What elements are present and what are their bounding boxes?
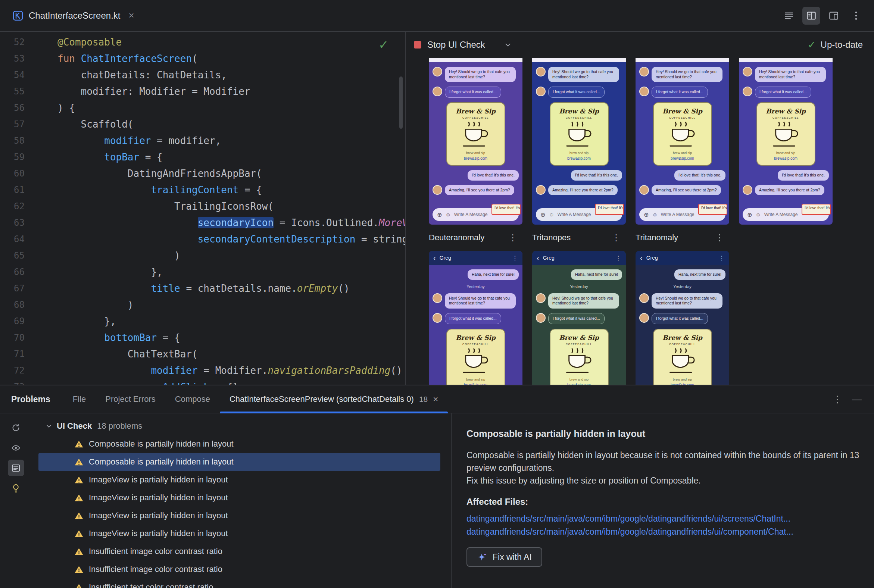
- line-number[interactable]: 57: [0, 116, 37, 132]
- preview-phone[interactable]: Hey! Should we go to that cafe you menti…: [429, 58, 523, 225]
- problem-row[interactable]: Insufficient image color contrast ratio: [38, 560, 440, 578]
- lines-icon[interactable]: [780, 7, 798, 25]
- chat-bubble: I forgot what it was called...: [548, 87, 605, 98]
- code-line[interactable]: 57 Scaffold(: [0, 116, 405, 132]
- problems-window-title[interactable]: Problems: [11, 394, 50, 404]
- ui-check-group-header[interactable]: UI Check 18 problems: [32, 417, 451, 435]
- line-number[interactable]: 64: [0, 231, 37, 248]
- preview-row-1: Hey! Should we go to that cafe you menti…: [429, 58, 874, 225]
- refresh-icon[interactable]: [8, 419, 24, 436]
- preview-menu-icon[interactable]: ⋮: [609, 232, 623, 243]
- code-line[interactable]: 70 bottomBar = {: [0, 330, 405, 346]
- code-line[interactable]: 58 modifier = modifier,: [0, 132, 405, 149]
- stop-ui-check-button[interactable]: Stop UI Check: [414, 39, 485, 50]
- line-number[interactable]: 73: [0, 379, 37, 385]
- split-editor-icon[interactable]: [802, 7, 820, 25]
- code-line[interactable]: 63 secondaryIcon = Icons.Outlined.MoreVe…: [0, 214, 405, 231]
- device-preview-icon[interactable]: [825, 7, 842, 25]
- line-number[interactable]: 56: [0, 100, 37, 116]
- preview-phone[interactable]: Hey! Should we go to that cafe you menti…: [739, 58, 833, 225]
- chevron-down-icon[interactable]: [45, 422, 53, 430]
- preview-phone[interactable]: ‹ Greg ⋮ Haha, next time for sure! Yeste…: [532, 251, 626, 385]
- line-number[interactable]: 71: [0, 346, 37, 362]
- code-line[interactable]: 65 ): [0, 248, 405, 264]
- problem-row[interactable]: ImageView is partially hidden in layout: [38, 525, 440, 543]
- fix-with-ai-button[interactable]: Fix with AI: [467, 548, 542, 567]
- line-number[interactable]: 70: [0, 330, 37, 346]
- line-number[interactable]: 61: [0, 182, 37, 198]
- code-line[interactable]: 71 ChatTextBar(: [0, 346, 405, 362]
- preview-menu-icon[interactable]: ⋮: [505, 232, 520, 243]
- code-line[interactable]: 62 TrailingIconsRow(: [0, 198, 405, 214]
- chat-bubble: Hey! Should we go to that cafe you menti…: [652, 293, 722, 309]
- report-view-icon[interactable]: [8, 460, 24, 476]
- preview-phone[interactable]: ‹ Greg ⋮ Haha, next time for sure! Yeste…: [635, 251, 729, 385]
- line-number[interactable]: 58: [0, 132, 37, 149]
- code-line[interactable]: 59 topBar = {: [0, 149, 405, 165]
- preview-phone[interactable]: ‹ Greg ⋮ Haha, next time for sure! Yeste…: [429, 251, 523, 385]
- line-number[interactable]: 60: [0, 165, 37, 182]
- line-number[interactable]: 72: [0, 362, 37, 379]
- tab-project-errors[interactable]: Project Errors: [96, 386, 165, 413]
- chevron-down-icon[interactable]: [503, 40, 513, 50]
- preview-phone[interactable]: Hey! Should we go to that cafe you menti…: [532, 58, 626, 225]
- problem-row[interactable]: ImageView is partially hidden in layout: [38, 507, 440, 525]
- line-number[interactable]: 68: [0, 297, 37, 313]
- tab-chatinterfacescreen-preview[interactable]: ChatInterfaceScreenPreview (sortedChatDe…: [220, 386, 448, 413]
- editor-tab-active[interactable]: ChatInterfaceScreen.kt ×: [12, 0, 134, 31]
- line-number[interactable]: 67: [0, 280, 37, 297]
- problem-row[interactable]: Insufficient text color contrast ratio: [38, 578, 440, 588]
- more-vertical-icon[interactable]: [847, 7, 865, 25]
- close-icon[interactable]: ×: [433, 394, 438, 404]
- code-line[interactable]: 68 ): [0, 297, 405, 313]
- code-line[interactable]: 69 },: [0, 313, 405, 330]
- problem-row[interactable]: ImageView is partially hidden in layout: [38, 489, 440, 507]
- code-line[interactable]: 52@Composable: [0, 34, 405, 50]
- code-line[interactable]: 73 onAddClick = {},: [0, 379, 405, 385]
- code-line[interactable]: 55 modifier: Modifier = Modifier: [0, 83, 405, 100]
- line-number[interactable]: 62: [0, 198, 37, 214]
- line-number[interactable]: 69: [0, 313, 37, 330]
- tab-compose[interactable]: Compose: [165, 386, 220, 413]
- back-icon: ‹: [433, 254, 436, 261]
- close-tab-icon[interactable]: ×: [128, 10, 134, 21]
- preview-phone[interactable]: Hey! Should we go to that cafe you menti…: [635, 58, 729, 225]
- hide-panel-icon[interactable]: —: [848, 391, 865, 407]
- preview-label-row: Deuteranomaly⋮: [429, 225, 523, 251]
- line-number[interactable]: 59: [0, 149, 37, 165]
- code-editor[interactable]: 52@Composable53fun ChatInterfaceScreen(5…: [0, 32, 405, 385]
- affected-file-link[interactable]: datingandfriends/src/main/java/com/ibm/g…: [467, 512, 863, 525]
- lightbulb-icon[interactable]: [8, 480, 24, 496]
- back-icon: ‹: [537, 254, 539, 261]
- code-line[interactable]: 67 title = chatDetails.name.orEmpty(): [0, 280, 405, 297]
- line-number[interactable]: 55: [0, 83, 37, 100]
- problem-row[interactable]: Composable is partially hidden in layout: [38, 453, 440, 471]
- eye-icon[interactable]: [8, 440, 24, 456]
- preview-canvas[interactable]: Hey! Should we go to that cafe you menti…: [405, 58, 874, 385]
- line-number[interactable]: 53: [0, 50, 37, 67]
- line-number[interactable]: 54: [0, 67, 37, 83]
- line-number[interactable]: 66: [0, 264, 37, 280]
- code-line[interactable]: 54 chatDetails: ChatDetails,: [0, 67, 405, 83]
- code-line[interactable]: 60 DatingAndFriendsAppBar(: [0, 165, 405, 182]
- line-number[interactable]: 63: [0, 214, 37, 231]
- preview-column: Deuteranomaly⋮ ‹ Greg ⋮ Haha, next time …: [429, 225, 523, 385]
- panel-options-icon[interactable]: ⋮: [829, 391, 845, 407]
- problem-row[interactable]: ImageView is partially hidden in layout: [38, 471, 440, 489]
- chat-bubble: I'd love that! It's this one.: [778, 170, 829, 181]
- preview-menu-icon[interactable]: ⋮: [712, 232, 727, 243]
- tab-file[interactable]: File: [63, 386, 96, 413]
- code-line[interactable]: 61 trailingContent = {: [0, 182, 405, 198]
- problem-row[interactable]: Insufficient image color contrast ratio: [38, 543, 440, 560]
- code-line[interactable]: 56) {: [0, 100, 405, 116]
- day-separator: Yesterday: [639, 284, 725, 289]
- line-number[interactable]: 52: [0, 34, 37, 50]
- line-number[interactable]: 65: [0, 248, 37, 264]
- editor-scrollbar[interactable]: [399, 76, 402, 129]
- code-line[interactable]: 53fun ChatInterfaceScreen(: [0, 50, 405, 67]
- code-line[interactable]: 72 modifier = Modifier.navigationBarsPad…: [0, 362, 405, 379]
- affected-file-link[interactable]: datingandfriends/src/main/java/com/ibm/g…: [467, 525, 863, 538]
- code-line[interactable]: 64 secondaryContentDescription = stringR…: [0, 231, 405, 248]
- code-line[interactable]: 66 },: [0, 264, 405, 280]
- problem-row[interactable]: Composable is partially hidden in layout: [38, 435, 440, 453]
